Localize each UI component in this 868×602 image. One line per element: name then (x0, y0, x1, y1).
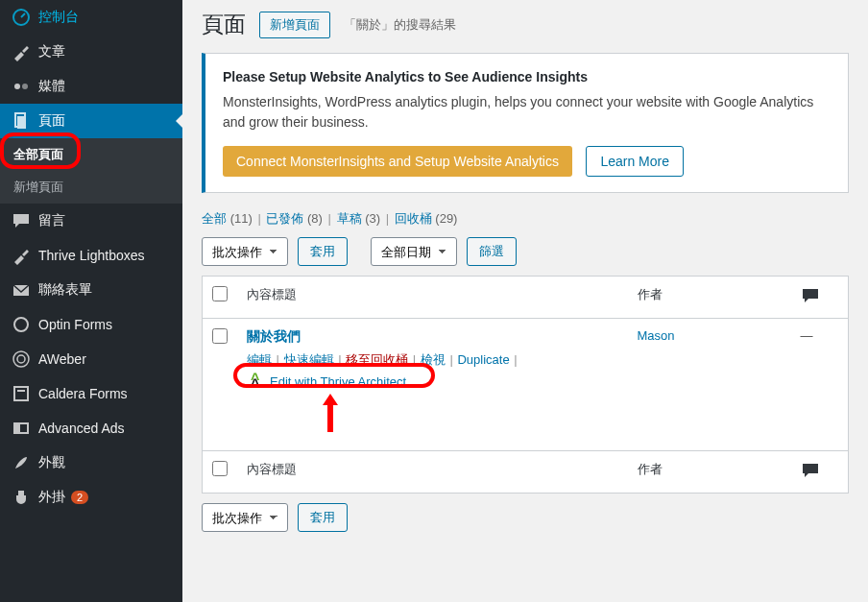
filter-trash-count: (29) (435, 211, 457, 226)
sidebar-item-label: 控制台 (38, 9, 79, 26)
row-author-link[interactable]: Mason (638, 328, 675, 343)
notice-learn-button[interactable]: Learn More (586, 146, 684, 177)
filter-published-count: (8) (307, 211, 323, 226)
sidebar-item-label: 媒體 (38, 78, 65, 95)
column-title[interactable]: 內容標題 (237, 277, 628, 319)
action-thrive-edit[interactable]: Edit with Thrive Architect (270, 374, 406, 389)
select-all-checkbox-bottom[interactable] (212, 461, 228, 476)
sidebar-item-label: Caldera Forms (38, 386, 128, 401)
filter-button[interactable]: 篩選 (467, 237, 517, 266)
table-row: 關於我們 編輯 | 快速編輯 | 移至回收桶 | 檢視 | Duplicate … (203, 319, 849, 451)
sidebar-item-label: 聯絡表單 (38, 281, 92, 299)
sidebar-item-appearance[interactable]: 外觀 (0, 445, 182, 480)
bulk-action-select[interactable]: 批次操作 (202, 237, 288, 266)
annotation-arrow (319, 392, 342, 434)
notice-cta-button[interactable]: Connect MonsterInsights and Setup Websit… (223, 146, 572, 177)
brush-icon (12, 453, 31, 472)
sidebar-item-media[interactable]: 媒體 (0, 69, 182, 104)
sidebar-item-label: 外掛 (38, 489, 65, 506)
sidebar-item-thrive-lightboxes[interactable]: Thrive Lightboxes (0, 238, 182, 273)
sidebar-item-optin[interactable]: Optin Forms (0, 307, 182, 342)
comments-icon (801, 286, 820, 305)
update-badge: 2 (71, 491, 88, 504)
svg-point-2 (22, 84, 28, 89)
svg-point-6 (14, 318, 28, 331)
bulk-apply-button-bottom[interactable]: 套用 (298, 503, 348, 532)
sidebar-item-label: AWeber (38, 351, 86, 367)
sidebar-item-caldera[interactable]: Caldera Forms (0, 376, 182, 411)
row-title-link[interactable]: 關於我們 (247, 328, 301, 344)
admin-sidebar: 控制台 文章 媒體 頁面 全部頁面 新增頁面 留言 Thrive Lightbo… (0, 0, 182, 602)
sidebar-item-posts[interactable]: 文章 (0, 35, 182, 69)
thrive-architect-icon (247, 373, 264, 390)
sidebar-sub-all-pages[interactable]: 全部頁面 (0, 138, 182, 171)
sidebar-item-contact-form[interactable]: 聯絡表單 (0, 273, 182, 307)
row-comments: — (791, 319, 849, 451)
svg-rect-4 (17, 116, 26, 129)
pin-icon (12, 246, 31, 265)
bulk-action-select-bottom[interactable]: 批次操作 (202, 503, 288, 532)
mail-icon (12, 280, 31, 300)
sidebar-item-label: 文章 (38, 43, 65, 60)
status-filter-links: 全部 (11) | 已發佈 (8) | 草稿 (3) | 回收桶 (29) (202, 210, 849, 228)
date-filter-select[interactable]: 全部日期 (371, 237, 457, 266)
action-edit[interactable]: 編輯 (247, 352, 272, 367)
svg-point-1 (14, 84, 20, 89)
ads-icon (12, 419, 31, 438)
bulk-apply-button[interactable]: 套用 (298, 237, 348, 266)
notice-title: Please Setup Website Analytics to See Au… (223, 69, 831, 84)
action-quick-edit[interactable]: 快速編輯 (284, 352, 334, 367)
column-title-foot[interactable]: 內容標題 (237, 451, 628, 494)
sidebar-item-label: Advanced Ads (38, 421, 125, 436)
sidebar-item-label: 外觀 (38, 454, 65, 471)
pages-table: 內容標題 作者 關於我們 編輯 | 快速編輯 | 移至回收桶 | 檢視 | Du… (202, 276, 849, 494)
sidebar-sub-add-new[interactable]: 新增頁面 (0, 171, 182, 204)
sidebar-item-ads[interactable]: Advanced Ads (0, 411, 182, 445)
filter-published[interactable]: 已發佈 (266, 211, 303, 226)
circle-icon (12, 315, 31, 334)
plugin-icon (12, 488, 31, 507)
comments-icon (801, 461, 820, 480)
dashboard-icon (12, 8, 31, 27)
sidebar-item-aweber[interactable]: AWeber (0, 342, 182, 376)
filter-all[interactable]: 全部 (202, 211, 227, 226)
form-icon (12, 384, 31, 403)
sidebar-item-label: Thrive Lightboxes (38, 248, 145, 263)
filter-all-count: (11) (230, 211, 253, 226)
sidebar-item-label: 頁面 (38, 112, 65, 130)
svg-point-8 (17, 355, 25, 363)
sidebar-item-pages[interactable]: 頁面 (0, 104, 182, 138)
svg-point-7 (13, 351, 29, 367)
sidebar-item-label: 留言 (38, 212, 65, 229)
search-result-text: 「關於」的搜尋結果 (344, 16, 456, 34)
filter-draft[interactable]: 草稿 (337, 211, 362, 226)
column-author[interactable]: 作者 (628, 277, 791, 319)
action-duplicate[interactable]: Duplicate (457, 352, 509, 367)
action-view[interactable]: 檢視 (421, 352, 446, 367)
row-checkbox[interactable] (212, 328, 228, 344)
sidebar-item-label: Optin Forms (38, 317, 112, 332)
add-new-button[interactable]: 新增頁面 (259, 12, 330, 38)
page-title: 頁面 (202, 10, 246, 39)
admin-notice: Please Setup Website Analytics to See Au… (202, 53, 849, 193)
row-actions: 編輯 | 快速編輯 | 移至回收桶 | 檢視 | Duplicate | (247, 351, 618, 369)
sidebar-submenu: 全部頁面 新增頁面 (0, 138, 182, 204)
sidebar-item-comments[interactable]: 留言 (0, 204, 182, 238)
comment-icon (12, 211, 31, 230)
action-trash[interactable]: 移至回收桶 (346, 352, 408, 367)
svg-rect-12 (14, 423, 20, 433)
media-icon (12, 77, 31, 96)
pin-icon (12, 42, 31, 61)
column-comments[interactable] (791, 277, 849, 319)
svg-rect-9 (14, 387, 28, 400)
column-author-foot[interactable]: 作者 (628, 451, 791, 494)
sidebar-item-dashboard[interactable]: 控制台 (0, 0, 182, 35)
sidebar-item-plugins[interactable]: 外掛 2 (0, 480, 182, 515)
filter-draft-count: (3) (365, 211, 380, 226)
aweber-icon (12, 349, 31, 369)
select-all-checkbox[interactable] (212, 286, 228, 301)
notice-body: MonsterInsights, WordPress analytics plu… (223, 92, 831, 132)
filter-trash[interactable]: 回收桶 (395, 211, 432, 226)
column-comments-foot[interactable] (791, 451, 849, 494)
page-icon (12, 111, 31, 131)
